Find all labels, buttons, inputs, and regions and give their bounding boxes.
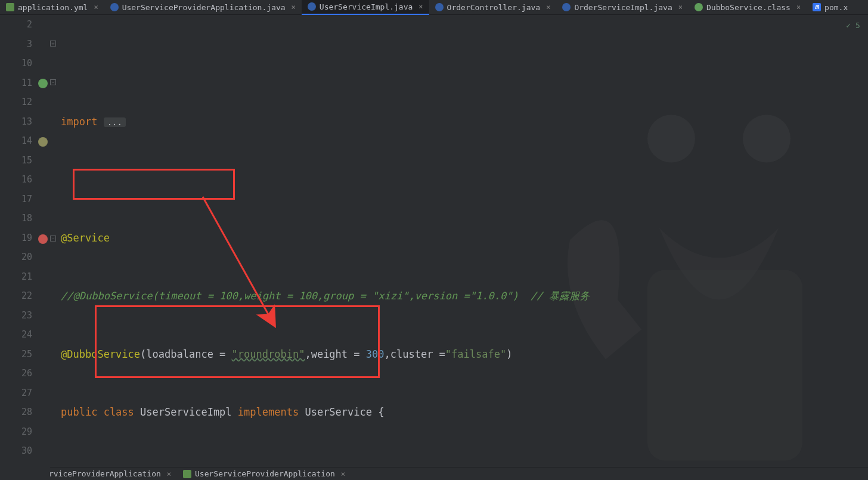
tab-pom[interactable]: mpom.x: [807, 0, 854, 15]
gutter-icons: [37, 15, 50, 480]
line-number: 30: [10, 441, 32, 461]
close-icon[interactable]: ×: [94, 3, 98, 11]
tab-userserviceprovider[interactable]: UserServiceProviderApplication.java×: [104, 0, 302, 15]
tab-ordercontroller[interactable]: OrderController.java×: [429, 0, 557, 15]
tab-label: UserServiceImpl.java: [320, 2, 413, 11]
line-number: 15: [10, 151, 32, 171]
tab-label: OrderController.java: [447, 3, 541, 12]
line-number: 29: [10, 422, 32, 442]
tab-dubboservice[interactable]: DubboService.class×: [689, 0, 807, 15]
line-number: 25: [10, 345, 32, 364]
line-number: 20: [10, 247, 32, 267]
line-number: 11: [10, 73, 32, 93]
file-icon: [435, 3, 444, 11]
tab-label: DubboService.class: [706, 3, 790, 12]
fold-marker[interactable]: -: [50, 236, 56, 241]
line-number: 18: [10, 209, 32, 228]
close-icon[interactable]: ×: [418, 2, 423, 11]
line-number: 23: [10, 306, 32, 326]
tab-orderserviceimpl[interactable]: OrderServiceImpl.java×: [556, 0, 689, 15]
code-editor[interactable]: 2 3 10 11 12 13 14 15 16 17 18 19 20 21 …: [0, 15, 868, 480]
fold-marker[interactable]: +: [50, 41, 56, 47]
line-number: 24: [10, 325, 32, 345]
line-number: 3: [10, 35, 32, 54]
tab-bar: application.yml× UserServiceProviderAppl…: [0, 0, 868, 15]
tab-application-yml[interactable]: application.yml×: [0, 0, 104, 15]
tab-label: pom.x: [824, 3, 848, 12]
line-number: 22: [10, 286, 32, 306]
line-number: 27: [10, 383, 32, 403]
file-icon: [695, 3, 703, 11]
file-icon: [562, 3, 571, 11]
file-icon: [6, 3, 14, 11]
tab-label: OrderServiceImpl.java: [574, 3, 672, 12]
file-icon: [308, 2, 316, 11]
line-number: 2: [10, 15, 32, 35]
line-number: 14: [10, 131, 32, 151]
fold-marker[interactable]: -: [50, 79, 56, 85]
file-icon: m: [813, 3, 821, 11]
line-number: 10: [10, 54, 32, 73]
close-icon[interactable]: ×: [546, 3, 550, 11]
code-area[interactable]: import ... @Service //@DubboService(time…: [58, 15, 868, 480]
fold-column: + - -: [50, 15, 58, 480]
close-icon[interactable]: ×: [796, 3, 801, 11]
close-icon[interactable]: ×: [678, 3, 683, 11]
line-number: 13: [10, 112, 32, 132]
override-icon[interactable]: [38, 234, 48, 244]
line-number: 26: [10, 364, 32, 383]
tab-userserviceimpl[interactable]: UserServiceImpl.java×: [302, 0, 429, 15]
run-icon[interactable]: [38, 79, 48, 88]
line-number: 21: [10, 267, 32, 287]
line-number-gutter: 2 3 10 11 12 13 14 15 16 17 18 19 20 21 …: [10, 15, 37, 480]
line-number: 28: [10, 402, 32, 422]
line-number: 16: [10, 170, 32, 190]
line-number: 12: [10, 92, 32, 112]
tab-label: application.yml: [18, 3, 88, 12]
line-number: 19: [10, 228, 32, 248]
bean-icon[interactable]: [38, 137, 48, 147]
file-icon: [110, 3, 119, 11]
tab-label: UserServiceProviderApplication.java: [122, 3, 286, 12]
close-icon[interactable]: ×: [292, 3, 296, 11]
line-number: 17: [10, 190, 32, 209]
